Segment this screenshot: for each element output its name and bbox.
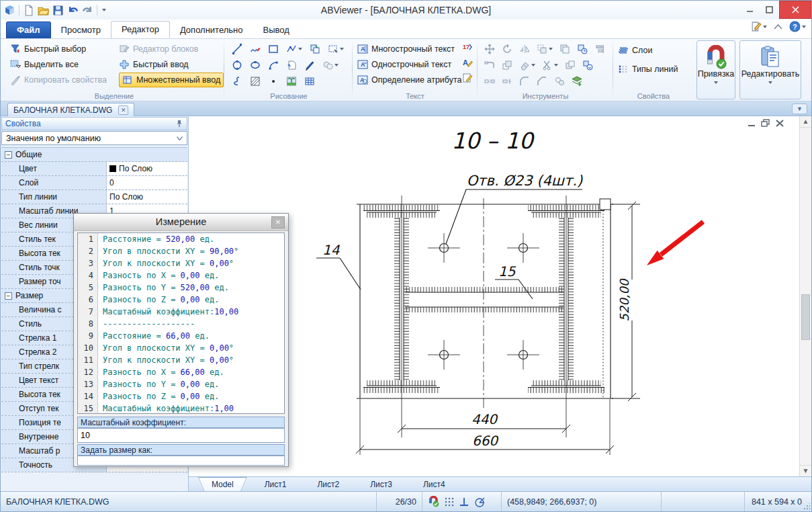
copy-object-button[interactable] xyxy=(558,41,572,57)
redo-button[interactable] xyxy=(82,5,93,16)
polar-toggle-icon[interactable] xyxy=(473,497,486,507)
collapse-ribbon-button[interactable] xyxy=(774,24,782,30)
open-file-button[interactable] xyxy=(38,5,49,16)
join-button[interactable] xyxy=(500,73,514,89)
refresh-copy-button[interactable] xyxy=(581,57,594,73)
arc-button[interactable] xyxy=(267,57,280,73)
layout-tab-list2[interactable]: Лист2 xyxy=(308,477,349,491)
copy-with-basepoint-button[interactable] xyxy=(576,41,589,57)
insert-block-button[interactable] xyxy=(285,57,298,73)
point-button[interactable] xyxy=(267,73,280,89)
trim-button[interactable] xyxy=(541,57,559,73)
ortho-toggle-icon[interactable] xyxy=(459,497,469,507)
edit-text-button[interactable] xyxy=(462,73,473,83)
dialog-close-button[interactable]: ✕ xyxy=(271,216,285,228)
rectangle-button[interactable] xyxy=(267,41,280,57)
ellipse-button[interactable] xyxy=(249,57,262,73)
multiple-input-icon xyxy=(122,75,133,85)
move-button[interactable] xyxy=(483,41,496,57)
spline-button[interactable] xyxy=(230,73,244,89)
field-numbering-button[interactable]: 17 xyxy=(462,42,473,52)
measure-dialog-title[interactable]: Измерение xyxy=(74,214,288,231)
style-pen-button[interactable] xyxy=(750,21,767,32)
collapse-icon[interactable]: − xyxy=(5,292,12,300)
clip-button[interactable] xyxy=(326,41,345,57)
polyline-button[interactable] xyxy=(249,41,262,57)
minimize-button[interactable] xyxy=(740,1,760,19)
erase-button[interactable] xyxy=(518,57,537,73)
singleline-text-button[interactable]: AОднострочный текст xyxy=(357,57,462,72)
layout-tab-list4[interactable]: Лист4 xyxy=(414,477,455,491)
scroll-down-icon[interactable]: ▼ xyxy=(800,465,811,476)
mirror-button[interactable] xyxy=(518,41,531,57)
image-button[interactable] xyxy=(285,73,298,89)
new-document-button[interactable] xyxy=(23,5,34,16)
line-button[interactable] xyxy=(230,41,244,57)
marker-button[interactable] xyxy=(303,57,316,73)
snap-toggle-icon[interactable] xyxy=(428,496,439,508)
edit-mode-button[interactable]: Редактировать xyxy=(739,40,801,99)
scrollbar-thumb[interactable] xyxy=(801,294,810,340)
multiline-button[interactable] xyxy=(285,41,304,57)
quick-select-button[interactable]: Быстрый выбор xyxy=(10,42,107,56)
vertical-scrollbar[interactable]: ▲ ▼ xyxy=(799,116,811,476)
match-circles-button[interactable] xyxy=(553,73,566,89)
tab-file[interactable]: Файл xyxy=(6,22,51,38)
select-all-button[interactable]: Выделить все xyxy=(10,57,107,72)
copy-properties-button[interactable]: Копировать свойства xyxy=(10,73,107,87)
add-to-layers-button[interactable] xyxy=(570,73,584,89)
tab-editor[interactable]: Редактор xyxy=(111,21,170,38)
tab-view[interactable]: Просмотр xyxy=(51,22,111,38)
chamfer-button[interactable] xyxy=(535,73,549,89)
help-button[interactable]: ? xyxy=(789,21,806,32)
scale-factor-input[interactable] xyxy=(77,428,285,443)
grid-toggle-icon[interactable] xyxy=(444,497,455,507)
tab-advanced[interactable]: Дополнительно xyxy=(170,22,253,38)
layout-tab-list1[interactable]: Лист1 xyxy=(255,477,296,491)
wipeout-button[interactable] xyxy=(308,41,322,57)
mdi-close-icon[interactable] xyxy=(775,119,784,128)
scale-button[interactable] xyxy=(500,57,514,73)
measure-line: 14Разность по Z = 0,00 ед. xyxy=(78,390,284,402)
snap-button[interactable]: Привязка xyxy=(696,40,735,99)
spell-check-button[interactable]: A xyxy=(462,57,473,68)
multiple-input-button[interactable]: Множественный ввод xyxy=(119,73,224,87)
scroll-up-icon[interactable]: ▲ xyxy=(800,116,811,128)
hatch-button[interactable] xyxy=(249,73,262,89)
table-button[interactable] xyxy=(303,73,316,89)
align-button[interactable] xyxy=(593,41,606,57)
undo-button[interactable] xyxy=(67,5,79,16)
break-button[interactable] xyxy=(483,73,496,89)
layout-tab-model[interactable]: Model xyxy=(198,477,247,491)
stretch-button[interactable] xyxy=(483,57,496,73)
property-preset-dropdown[interactable]: Значения по умолчанию xyxy=(1,131,187,145)
offset-button[interactable] xyxy=(535,41,554,57)
save-button[interactable] xyxy=(52,5,64,16)
resize-grip[interactable] xyxy=(803,503,810,510)
attribute-definition-button[interactable]: AОпределение атрибута xyxy=(357,73,462,87)
rotate-button[interactable] xyxy=(500,41,514,57)
pin-icon[interactable] xyxy=(175,120,183,128)
collapse-icon[interactable]: − xyxy=(5,151,12,159)
set-size-input[interactable] xyxy=(77,456,285,466)
mdi-restore-icon[interactable] xyxy=(761,119,770,128)
measure-result-list[interactable]: 1Расстояние = 520,00 ед. 2Угол в плоскос… xyxy=(77,232,285,414)
customize-toolbar-dropdown-icon[interactable] xyxy=(102,9,106,11)
linetypes-button[interactable]: Типы линий xyxy=(618,62,678,77)
document-tab-close-icon[interactable]: ✕ xyxy=(118,105,128,115)
circle-button[interactable] xyxy=(230,57,244,73)
document-tab[interactable]: БАЛОЧНАЯ КЛЕТКА.DWG ✕ xyxy=(7,103,134,116)
tab-list-chevron-button[interactable]: ▼ xyxy=(792,103,807,114)
group-draw-button[interactable] xyxy=(321,57,340,73)
mdi-minimize-icon[interactable] xyxy=(747,119,756,128)
multiline-text-button[interactable]: AМногострочный текст xyxy=(357,42,462,56)
duplicate-button[interactable] xyxy=(563,57,577,73)
block-editor-button[interactable]: Редактор блоков xyxy=(119,42,198,56)
close-button[interactable] xyxy=(779,1,811,19)
layout-tab-list3[interactable]: Лист3 xyxy=(361,477,402,491)
fillet-button[interactable] xyxy=(518,73,531,89)
quick-input-button[interactable]: Быстрый ввод xyxy=(119,57,189,72)
layers-button[interactable]: Слои xyxy=(618,43,678,58)
maximize-button[interactable] xyxy=(760,1,779,19)
tab-output[interactable]: Вывод xyxy=(253,22,300,38)
